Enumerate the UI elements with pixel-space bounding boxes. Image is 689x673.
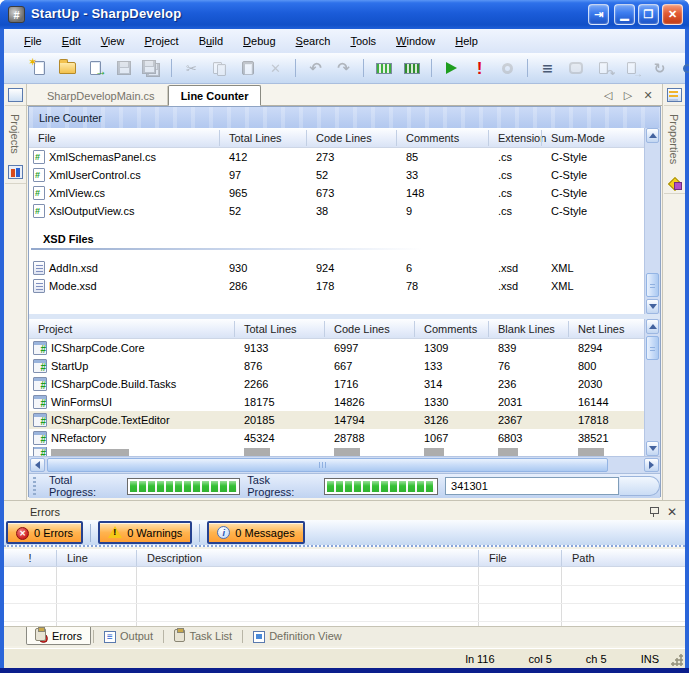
- pad-tab-definition-view[interactable]: Definition View: [245, 627, 350, 645]
- column-header-file[interactable]: File: [478, 550, 561, 566]
- table-row[interactable]: NRefactory45324287881067680338521: [29, 429, 644, 447]
- next-tab-button[interactable]: ▷: [620, 87, 636, 103]
- projects-pad-button[interactable]: [5, 84, 26, 106]
- scroll-left-button[interactable]: [30, 458, 45, 472]
- column-header-sum-mode[interactable]: Sum-Mode: [541, 130, 644, 146]
- open-file-icon[interactable]: [55, 57, 80, 79]
- column-header-blank-lines[interactable]: Blank Lines: [488, 321, 568, 337]
- stop-icon[interactable]: [495, 57, 520, 79]
- table-row[interactable]: XmlSchemasPanel.cs41227385.csC-Style: [29, 148, 644, 166]
- title-bar[interactable]: # StartUp - SharpDevelop ⇥ ▁ ❐ ✕: [0, 0, 689, 29]
- scroll-up-button[interactable]: [646, 128, 659, 143]
- menu-build[interactable]: Build: [189, 32, 233, 50]
- table-row[interactable]: ICSharpCode.TextEditor201851479431262367…: [29, 411, 644, 429]
- scroll-down-button[interactable]: [646, 299, 659, 314]
- column-header-total-lines[interactable]: Total Lines: [219, 130, 306, 146]
- table-row[interactable]: XslOutputView.cs52389.csC-Style: [29, 202, 644, 220]
- pin-icon[interactable]: [649, 506, 658, 517]
- menu-file[interactable]: File: [14, 32, 52, 50]
- table-row[interactable]: StartUp87666713376800: [29, 357, 644, 375]
- column-header--[interactable]: !: [4, 550, 56, 566]
- close-button[interactable]: ✕: [662, 4, 683, 25]
- projects-vertical-scrollbar[interactable]: [644, 319, 660, 456]
- save-icon[interactable]: [111, 57, 136, 79]
- float-window-button[interactable]: ⇥: [588, 4, 609, 25]
- undo-icon[interactable]: ↶: [303, 57, 328, 79]
- projects-rail-label[interactable]: Projects: [9, 106, 21, 162]
- close-tab-button[interactable]: ✕: [640, 87, 656, 103]
- scroll-thumb[interactable]: [646, 336, 659, 360]
- filter-button-0-warnings[interactable]: !0 Warnings: [98, 521, 192, 544]
- column-header-code-lines[interactable]: Code Lines: [324, 321, 414, 337]
- menu-debug[interactable]: Debug: [233, 32, 285, 50]
- table-row[interactable]: ICSharpCode.Build.Tasks22661716314236203…: [29, 375, 644, 393]
- rebuild-icon[interactable]: [399, 57, 424, 79]
- toolbox-pad-button[interactable]: [5, 162, 26, 184]
- scroll-thumb[interactable]: [47, 458, 608, 472]
- pad-tab-output[interactable]: ≡Output: [96, 627, 161, 645]
- move-doc-icon[interactable]: →: [619, 57, 644, 79]
- table-row[interactable]: XmlUserControl.cs975233.csC-Style: [29, 166, 644, 184]
- search-icon[interactable]: [675, 57, 689, 79]
- build-icon[interactable]: [371, 57, 396, 79]
- redo-icon[interactable]: ↷: [331, 57, 356, 79]
- column-header-file[interactable]: File: [29, 130, 219, 146]
- properties-rail-label[interactable]: Properties: [668, 106, 680, 172]
- pad-tab-task-list[interactable]: ✓Task List: [166, 627, 240, 645]
- column-header-description[interactable]: Description: [136, 550, 478, 566]
- table-row[interactable]: WinFormsUI18175148261330203116144: [29, 393, 644, 411]
- column-header-extension[interactable]: Extension: [488, 130, 541, 146]
- menu-search[interactable]: Search: [286, 32, 341, 50]
- table-row[interactable]: XmlView.cs965673148.csC-Style: [29, 184, 644, 202]
- menu-edit[interactable]: Edit: [52, 32, 91, 50]
- minimize-button[interactable]: ▁: [614, 4, 635, 25]
- pad-tab-errors[interactable]: ✕Errors: [26, 627, 91, 645]
- scroll-right-button[interactable]: [644, 458, 659, 472]
- column-header-code-lines[interactable]: Code Lines: [306, 130, 396, 146]
- save-all-icon[interactable]: [139, 57, 164, 79]
- column-header-comments[interactable]: Comments: [396, 130, 488, 146]
- table-row[interactable]: ICSharpCode.Core9133699713098398294: [29, 339, 644, 357]
- copy-doc-icon[interactable]: ↷: [591, 57, 616, 79]
- classes-pad-button[interactable]: [664, 172, 685, 194]
- save-as-icon[interactable]: →: [83, 57, 108, 79]
- errors-grid-body[interactable]: [4, 567, 685, 629]
- new-file-icon[interactable]: ✶: [27, 57, 52, 79]
- maximize-button[interactable]: ❐: [638, 4, 659, 25]
- column-header-project[interactable]: Project: [29, 321, 234, 337]
- paste-icon[interactable]: [235, 57, 260, 79]
- exclamation-icon[interactable]: !: [467, 57, 492, 79]
- filter-button-0-errors[interactable]: ✕0 Errors: [6, 521, 83, 544]
- errors-panel-title-bar[interactable]: Errors: [4, 503, 685, 520]
- properties-pad-button[interactable]: [664, 84, 685, 106]
- copy-icon[interactable]: [207, 57, 232, 79]
- cut-icon[interactable]: ✂: [179, 57, 204, 79]
- menu-tools[interactable]: Tools: [340, 32, 386, 50]
- table-row[interactable]: Mode.xsd28617878.xsdXML: [29, 277, 644, 295]
- scroll-up-button[interactable]: [646, 319, 659, 334]
- lines-icon[interactable]: ≡: [535, 57, 560, 79]
- files-vertical-scrollbar[interactable]: [644, 128, 660, 314]
- document-tab-line-counter[interactable]: Line Counter: [168, 85, 262, 106]
- document-tab-sharpdevelopmain-cs[interactable]: SharpDevelopMain.cs: [35, 86, 168, 105]
- filter-button-0-messages[interactable]: i0 Messages: [207, 521, 304, 544]
- run-icon[interactable]: [439, 57, 464, 79]
- column-header-line[interactable]: Line: [56, 550, 136, 566]
- scroll-thumb[interactable]: [646, 273, 659, 297]
- menu-window[interactable]: Window: [386, 32, 445, 50]
- menu-project[interactable]: Project: [134, 32, 188, 50]
- delete-icon[interactable]: ✕: [263, 57, 288, 79]
- close-panel-icon[interactable]: ✕: [667, 506, 677, 518]
- region-icon[interactable]: [563, 57, 588, 79]
- prev-tab-button[interactable]: ◁: [600, 87, 616, 103]
- menu-help[interactable]: Help: [445, 32, 488, 50]
- column-header-comments[interactable]: Comments: [414, 321, 488, 337]
- scroll-down-button[interactable]: [646, 441, 659, 456]
- progress-grip[interactable]: [33, 477, 36, 495]
- horizontal-scrollbar[interactable]: [29, 456, 660, 473]
- table-row[interactable]: AddIn.xsd9309246.xsdXML: [29, 259, 644, 277]
- menu-view[interactable]: View: [91, 32, 135, 50]
- column-header-path[interactable]: Path: [561, 550, 685, 566]
- resize-grip[interactable]: [671, 654, 683, 666]
- refresh-icon[interactable]: ↻: [647, 57, 672, 79]
